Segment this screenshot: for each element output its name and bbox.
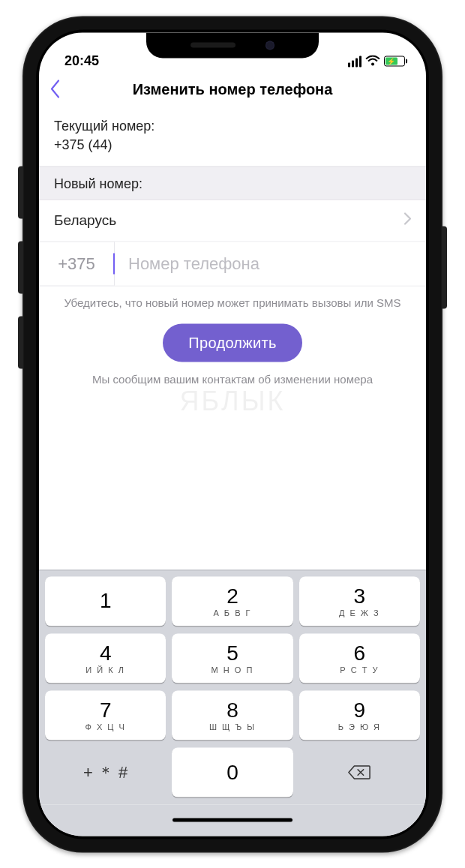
content: Текущий номер: +375 (44) Новый номер: Бе… [39,109,426,569]
device-frame: 20:45 ⚡ Изменить номер телефона [22,16,442,852]
nav-bar: Изменить номер телефона [39,70,426,109]
wifi-icon [366,56,380,67]
key-3[interactable]: 3Д Е Ж З [299,576,420,626]
key-4[interactable]: 4И Й К Л [45,633,166,683]
battery-icon: ⚡ [384,56,405,67]
new-number-header: Новый номер: [39,166,426,200]
key-1[interactable]: 1 [45,576,166,626]
current-number-label: Текущий номер: [54,118,411,134]
status-time: 20:45 [64,53,99,68]
chevron-right-icon [404,212,412,229]
country-selector[interactable]: Беларусь [39,200,426,242]
key-symbols[interactable]: + ＊ # [45,747,166,797]
notch [146,32,319,58]
key-7[interactable]: 7Ф Х Ц Ч [45,690,166,740]
phone-prefix: +375 [39,242,114,285]
continue-button[interactable]: Продолжить [163,323,302,362]
key-2[interactable]: 2А Б В Г [172,576,292,626]
key-5[interactable]: 5М Н О П [172,633,292,683]
home-indicator[interactable] [39,804,426,836]
backspace-icon [348,764,370,780]
key-0[interactable]: 0 [172,747,292,797]
note-text: Мы сообщим вашим контактам об изменении … [39,362,426,395]
cellular-icon [348,56,362,67]
current-number-value: +375 (44) [54,137,411,152]
text-cursor [113,253,115,274]
phone-input[interactable] [115,242,426,285]
key-9[interactable]: 9Ь Э Ю Я [299,690,420,740]
country-name: Беларусь [54,212,116,229]
numeric-keyboard: 1 2А Б В Г 3Д Е Ж З 4И Й К Л 5М Н О П 6Р… [39,569,426,804]
page-title: Изменить номер телефона [133,80,333,98]
key-6[interactable]: 6Р С Т У [299,633,420,683]
key-8[interactable]: 8Ш Щ Ъ Ы [172,690,292,740]
hint-text: Убедитесь, что новый номер может принима… [39,286,426,323]
back-button[interactable] [50,78,72,101]
key-delete[interactable] [299,747,420,797]
